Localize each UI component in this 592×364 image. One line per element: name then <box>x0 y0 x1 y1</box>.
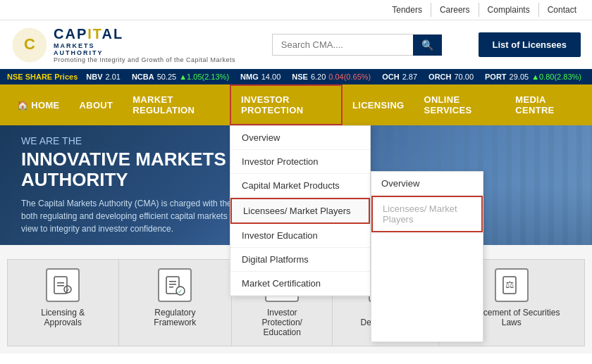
logo-text: CAPITAL MARKETSAUTHORITY Promoting the I… <box>54 26 235 63</box>
tenders-link[interactable]: Tenders <box>383 3 431 17</box>
ticker-nmg: NMG 14.00 <box>240 73 280 81</box>
nav-media-centre[interactable]: MEDIA CENTRE <box>505 86 585 124</box>
logo-sub-title: MARKETSAUTHORITY <box>54 42 235 56</box>
ticker-och: OCH 2.87 <box>382 73 417 81</box>
logo-tagline: Promoting the Integrity and Growth of th… <box>54 56 235 63</box>
svg-text:C: C <box>24 35 35 53</box>
ticker-ncba: NCBA 50.25 ▲1.05(2.13%) <box>132 73 229 81</box>
nav-online-services-label: ONLINE SERVICES <box>424 94 496 115</box>
svg-rect-11 <box>169 284 176 285</box>
investor-protection-dropdown: Overview Investor Protection Capital Mar… <box>230 125 371 296</box>
enforcement-icon: ⚖ <box>495 268 529 302</box>
regulatory-icon: ✓ <box>158 268 192 302</box>
nav-market-regulation[interactable]: MARKET REGULATION <box>123 86 230 124</box>
main-nav: 🏠 HOME ABOUT MARKET REGULATION INVESTOR … <box>0 84 592 125</box>
nav-licensing-label: LICENSING <box>352 100 404 111</box>
quick-link-regulatory[interactable]: ✓ Regulatory Framework <box>118 259 232 346</box>
contact-link[interactable]: Contact <box>538 3 585 17</box>
licensing-label: Licensing & Approvals <box>22 308 104 327</box>
nav-market-reg-label: MARKET REGULATION <box>132 94 220 115</box>
search-area: 🔍 <box>272 34 442 56</box>
investor-label: Investor Protection/Education <box>246 308 318 337</box>
ticker-nbv: NBV 2.01 <box>86 73 121 81</box>
news-section: News & Press Releases <box>0 353 592 364</box>
nav-investor-protection-label: INVESTOR PROTECTION <box>241 94 331 115</box>
nav-investor-protection-wrapper: INVESTOR PROTECTION Overview Investor Pr… <box>230 84 343 125</box>
svg-text:⚖: ⚖ <box>505 279 514 290</box>
nav-online-services[interactable]: ONLINE SERVICES <box>414 86 506 124</box>
nav-home[interactable]: 🏠 HOME <box>7 92 70 119</box>
home-icon: 🏠 <box>17 100 28 111</box>
regulatory-label: Regulatory Framework <box>133 308 218 327</box>
dropdown-menu-container: Overview Investor Protection Capital Mar… <box>230 125 483 296</box>
careers-link[interactable]: Careers <box>431 3 479 17</box>
svg-text:✓: ✓ <box>66 287 70 294</box>
licensing-icon: ✓ <box>46 268 80 302</box>
ticker-nse: NSE 6.20 0.04(0.65%) <box>292 73 371 81</box>
quick-link-licensing[interactable]: ✓ Licensing & Approvals <box>7 259 118 346</box>
dropdown-overview[interactable]: Overview <box>230 126 370 150</box>
sub-dropdown-overview[interactable]: Overview <box>371 172 483 196</box>
dropdown-investor-education[interactable]: Investor Education <box>230 224 370 248</box>
ticker-orch: ORCH 70.00 <box>428 73 474 81</box>
logo-area[interactable]: C CAPITAL MARKETSAUTHORITY Promoting the… <box>11 26 235 63</box>
ticker-items: NBV 2.01 NCBA 50.25 ▲1.05(2.13%) NMG 14.… <box>86 73 592 81</box>
nav-media-centre-label: MEDIA CENTRE <box>515 94 575 115</box>
logo-icon: C <box>11 27 48 63</box>
nav-licensing[interactable]: LICENSING <box>343 92 414 119</box>
ticker-label: NSE SHARE Prices <box>7 73 78 81</box>
nav-about[interactable]: ABOUT <box>70 92 123 119</box>
search-input[interactable] <box>272 34 413 56</box>
header: C CAPITAL MARKETSAUTHORITY Promoting the… <box>0 20 592 69</box>
complaints-link[interactable]: Complaints <box>479 3 538 17</box>
logo-name: CAPITAL <box>54 26 235 42</box>
ticker-port: PORT 29.05 ▲0.80(2.83%) <box>485 73 581 81</box>
dropdown-market-certification[interactable]: Market Certification <box>230 272 370 296</box>
sub-dropdown-licensees[interactable]: Licensees/ Market Players <box>371 196 483 232</box>
ticker-bar: NSE SHARE Prices NBV 2.01 NCBA 50.25 ▲1.… <box>0 69 592 84</box>
dropdown-digital-platforms[interactable]: Digital Platforms <box>230 248 370 272</box>
svg-rect-12 <box>169 287 173 288</box>
dropdown-licensees[interactable]: Licensees/ Market Players <box>230 198 370 224</box>
dropdown-investor-protection[interactable]: Investor Protection <box>230 150 370 174</box>
svg-rect-10 <box>169 281 176 282</box>
svg-rect-3 <box>57 282 64 284</box>
search-button[interactable]: 🔍 <box>413 34 442 56</box>
top-bar: Tenders Careers Complaints Contact <box>0 0 592 20</box>
sub-dropdown-menu: Overview Licensees/ Market Players <box>371 171 483 342</box>
svg-text:✓: ✓ <box>178 288 183 295</box>
licensees-button[interactable]: List of Licensees <box>479 32 581 57</box>
svg-rect-4 <box>57 285 64 287</box>
nav-home-label: HOME <box>31 100 59 111</box>
dropdown-capital-market[interactable]: Capital Market Products <box>230 174 370 198</box>
nav-about-label: ABOUT <box>80 100 113 111</box>
nav-investor-protection[interactable]: INVESTOR PROTECTION <box>230 84 343 125</box>
